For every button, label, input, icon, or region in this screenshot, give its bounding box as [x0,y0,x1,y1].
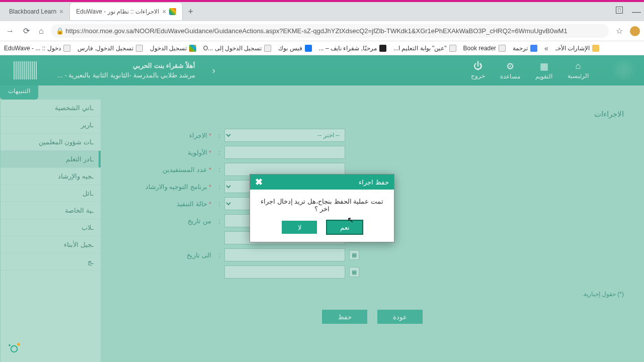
bookmark-item[interactable]: تسجيل الدخول [150,45,196,52]
star-icon[interactable]: ☆ [614,24,625,38]
page-icon [449,45,456,52]
google-icon [530,45,537,52]
page-icon [136,45,143,52]
profile-avatar[interactable] [630,26,640,36]
modal-no-button[interactable]: لا [282,221,317,234]
ms-icon [189,45,196,52]
app-container: أهلاً شقراء بنت الحربي مرشد طلابي بالمدر… [0,55,644,362]
svg-point-2 [9,344,11,346]
bookmark-item[interactable]: تسجيل الدخول. فارس [77,45,143,52]
facebook-icon [305,45,312,52]
minimize-icon[interactable]: — [632,7,641,17]
modal-header: حفظ اجراء ✖ [250,174,394,190]
tab-label: الاجراءات :: نظام نور - EduWave [76,8,159,15]
bookmark-item[interactable]: مرحبًا, شقراء نايف – ... [319,45,386,52]
bookmark-item[interactable]: ترجمة [513,45,537,52]
translate-icon[interactable] [169,8,176,15]
page-icon [63,45,70,52]
close-icon[interactable]: ✖ [255,176,263,188]
page-icon [264,45,271,52]
save-modal: حفظ اجراء ✖ تمت عملية الحفظ بنجاح،هل تري… [250,174,394,242]
modal-yes-button[interactable]: نعم [327,221,362,234]
home-icon[interactable]: ⌂ [37,25,46,38]
svg-point-0 [11,346,18,352]
url-text: https://noor.moe.gov.sa/NOOR/EduWaveGuid… [65,27,567,35]
lock-icon: 🔒 [56,27,64,35]
modal-title: حفظ اجراء [359,178,389,186]
svg-point-1 [17,343,20,345]
bookmark-item[interactable]: Book reader [463,45,506,52]
url-input[interactable]: 🔒 https://noor.moe.gov.sa/NOOR/EduWaveGu… [51,24,609,38]
bookmark-item[interactable]: تسجيل الدخول إلى ...O [203,45,271,52]
browser-tab-strip: × Blackboard Learn × الاجراءات :: نظام ن… [0,2,644,21]
bookmark-item[interactable]: "عين" بوابة التعليم ا... [393,45,456,52]
blackboard-icon [379,45,386,52]
nav-back-icon[interactable]: → [4,25,16,38]
bookmark-item[interactable]: دخول :: ... - EduWave [4,45,70,52]
bookmark-folder[interactable]: الإشارات الأخـ [555,45,599,52]
bookmarks-bar: دخول :: ... - EduWave تسجيل الدخول. فارس… [0,41,644,55]
eduwave-logo [5,340,23,358]
new-tab-button[interactable]: + [183,7,198,17]
modal-message: تمت عملية الحفظ بنجاح،هل تريد إدخال اجرا… [250,190,394,221]
bookmark-item[interactable]: فيس بوك [278,45,311,52]
bookmark-overflow-icon[interactable]: » [544,44,548,52]
address-bar: → ⟳ ⌂ 🔒 https://noor.moe.gov.sa/NOOR/Edu… [0,21,644,41]
folder-icon [592,45,599,52]
close-icon[interactable]: × [162,8,166,16]
maximize-icon[interactable]: □ [616,7,623,14]
reload-icon[interactable]: ⟳ [21,24,32,38]
browser-tab-noor[interactable]: × الاجراءات :: نظام نور - EduWave [70,3,183,20]
close-icon[interactable]: × [59,8,63,16]
modal-buttons: نعم لا [250,221,394,242]
tab-label: Blackboard Learn [9,8,56,15]
page-icon [499,45,506,52]
browser-tab-blackboard[interactable]: × Blackboard Learn [3,3,70,20]
